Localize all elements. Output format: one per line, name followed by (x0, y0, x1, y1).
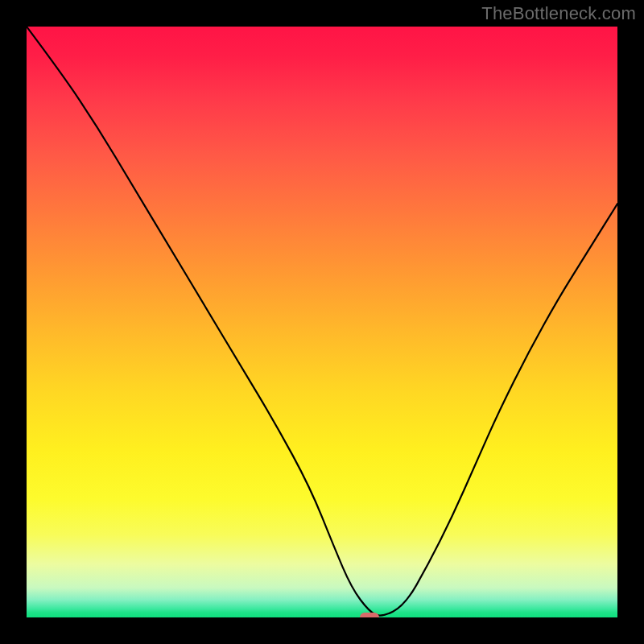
bottleneck-curve (27, 27, 617, 616)
watermark-text: TheBottleneck.com (481, 3, 636, 24)
optimum-marker (360, 613, 379, 617)
plot-area (27, 27, 617, 617)
chart-container: TheBottleneck.com (0, 0, 644, 644)
curve-svg (27, 27, 617, 617)
